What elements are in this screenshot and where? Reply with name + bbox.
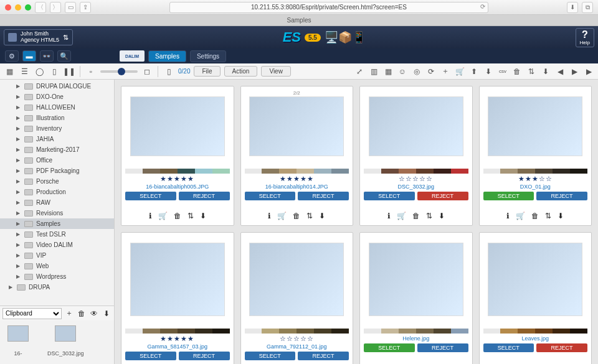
tool-cart-icon[interactable]: 🛒 bbox=[454, 66, 465, 77]
select-button[interactable]: SELECT bbox=[483, 343, 534, 352]
page-icon[interactable]: ▯ bbox=[49, 66, 60, 77]
info-icon[interactable]: ℹ bbox=[506, 212, 510, 220]
download-icon[interactable]: ⬇ bbox=[200, 212, 206, 220]
tab-settings[interactable]: Settings bbox=[190, 50, 226, 62]
menu-action[interactable]: Action bbox=[224, 66, 258, 77]
select-button[interactable]: SELECT bbox=[125, 352, 176, 360]
thumbnail[interactable] bbox=[130, 96, 225, 156]
window-minimize-icon[interactable] bbox=[15, 4, 21, 11]
thumbnail[interactable] bbox=[130, 243, 225, 316]
tree-item[interactable]: ▶DRUPA DIALOGUE bbox=[0, 81, 114, 91]
disclosure-triangle-icon[interactable]: ▶ bbox=[16, 200, 21, 205]
select-button[interactable]: SELECT bbox=[364, 192, 415, 200]
tree-item[interactable]: ▶Video DALIM bbox=[0, 240, 114, 250]
disclosure-triangle-icon[interactable]: ▶ bbox=[16, 168, 21, 174]
tool-user-icon[interactable]: ☺ bbox=[397, 66, 408, 77]
clip-trash-icon[interactable]: 🗑 bbox=[77, 309, 87, 319]
tool-sort-icon[interactable]: ⇅ bbox=[526, 66, 537, 77]
downloads-icon[interactable]: ⬇ bbox=[567, 2, 578, 13]
address-bar[interactable]: 10.211.55.3:8080/Esprit/private/Screen.h… bbox=[169, 2, 488, 13]
disclosure-triangle-icon[interactable]: ▶ bbox=[16, 242, 21, 248]
clipboard-select[interactable]: Clipboard bbox=[2, 308, 62, 319]
clipboard-item[interactable]: DSC_3032.jpg bbox=[47, 325, 84, 359]
back-button[interactable]: 〈 bbox=[35, 2, 46, 13]
tree-item[interactable]: ▶Test DSLR bbox=[0, 229, 114, 240]
asset-card[interactable]: 2/2★★★★★16-biancabaltiph014.JPGSELECTREJ… bbox=[240, 86, 354, 226]
tool-globe-icon[interactable]: ◎ bbox=[411, 66, 422, 77]
trash-icon[interactable]: 🗑 bbox=[412, 212, 420, 220]
tree-item[interactable]: ▶RAW bbox=[0, 197, 114, 208]
thumbnail[interactable] bbox=[369, 243, 463, 316]
tree-item[interactable]: ▶HALLOWEEN bbox=[0, 102, 114, 113]
view-list-icon[interactable]: ☰ bbox=[19, 66, 30, 77]
reject-button[interactable]: REJECT bbox=[298, 352, 349, 360]
info-icon[interactable]: ℹ bbox=[149, 212, 152, 220]
disclosure-triangle-icon[interactable]: ▶ bbox=[16, 189, 21, 195]
reject-button[interactable]: REJECT bbox=[417, 192, 468, 200]
tree-item[interactable]: ▶Revisions bbox=[0, 208, 114, 218]
tabs-icon[interactable]: ⧉ bbox=[582, 2, 593, 13]
star-rating[interactable]: ★★★★★ bbox=[160, 175, 194, 183]
cart-icon[interactable]: 🛒 bbox=[158, 212, 168, 220]
sort-icon[interactable]: ⇅ bbox=[426, 212, 432, 220]
disclosure-triangle-icon[interactable]: ▶ bbox=[16, 147, 21, 152]
disclosure-triangle-icon[interactable]: ▶ bbox=[16, 253, 21, 258]
tree-item[interactable]: ▶Marketing-2017 bbox=[0, 144, 114, 155]
disclosure-triangle-icon[interactable]: ▶ bbox=[16, 94, 21, 100]
asset-card[interactable]: Helene.jpgSELECTREJECT bbox=[359, 232, 473, 364]
tool-grid4-icon[interactable]: ▦ bbox=[382, 66, 394, 77]
select-button[interactable]: SELECT bbox=[125, 192, 176, 200]
forward-button[interactable]: 〉 bbox=[50, 2, 61, 13]
user-menu[interactable]: John Smith Agency HTML5 ⇅ bbox=[4, 29, 73, 45]
help-button[interactable]: ? Help bbox=[576, 28, 594, 47]
tree-item[interactable]: ▶Porsche bbox=[0, 176, 114, 187]
tool-add-icon[interactable]: ＋ bbox=[440, 66, 451, 77]
cart-icon[interactable]: 🛒 bbox=[397, 212, 406, 220]
clip-download-icon[interactable]: ⬇ bbox=[102, 309, 112, 319]
menu-file[interactable]: File bbox=[194, 66, 220, 77]
download-icon[interactable]: ⬇ bbox=[439, 212, 445, 220]
disclosure-triangle-icon[interactable]: ▶ bbox=[16, 157, 21, 163]
tree-item[interactable]: ▶VIP bbox=[0, 250, 114, 261]
sort-icon[interactable]: ⇅ bbox=[545, 212, 551, 220]
tree-item[interactable]: ▶Illustration bbox=[0, 113, 114, 123]
disclosure-triangle-icon[interactable]: ▶ bbox=[16, 105, 21, 110]
disclosure-triangle-icon[interactable]: ▶ bbox=[16, 115, 21, 121]
tool-prev-icon[interactable]: ◀ bbox=[554, 66, 566, 77]
info-icon[interactable]: ℹ bbox=[268, 212, 271, 220]
folder-mode-icon[interactable]: ▬ bbox=[22, 50, 36, 62]
select-button[interactable]: SELECT bbox=[245, 192, 296, 200]
select-circle-icon[interactable]: ◯ bbox=[34, 66, 45, 77]
gear-icon[interactable]: ⚙ bbox=[5, 50, 19, 62]
thumbnail[interactable] bbox=[488, 96, 582, 156]
cart-icon[interactable]: 🛒 bbox=[277, 212, 287, 220]
sort-icon[interactable]: ⇅ bbox=[187, 212, 194, 220]
view-grid-icon[interactable]: ▦ bbox=[4, 66, 15, 77]
tool-next-icon[interactable]: ▶ bbox=[583, 66, 594, 77]
tool-expand-icon[interactable]: ⤢ bbox=[354, 66, 365, 77]
thumbnail[interactable] bbox=[488, 243, 582, 316]
search-icon[interactable]: 🔍 bbox=[57, 50, 71, 62]
reject-button[interactable]: REJECT bbox=[536, 192, 587, 200]
reject-button[interactable]: REJECT bbox=[536, 343, 587, 352]
select-button[interactable]: SELECT bbox=[483, 192, 534, 200]
disclosure-triangle-icon[interactable]: ▶ bbox=[16, 179, 21, 184]
disclosure-triangle-icon[interactable]: ▶ bbox=[16, 221, 21, 226]
thumbnail[interactable] bbox=[249, 243, 344, 316]
folder-tree[interactable]: ▶DRUPA DIALOGUE▶DXO-One▶HALLOWEEN▶Illust… bbox=[0, 80, 114, 306]
thumbnail-size-slider[interactable] bbox=[100, 70, 138, 73]
tool-csv-icon[interactable]: csv bbox=[497, 66, 508, 77]
tree-item[interactable]: ▶Samples bbox=[0, 218, 114, 229]
trash-icon[interactable]: 🗑 bbox=[531, 212, 539, 220]
tool-play-icon[interactable]: ▶ bbox=[569, 66, 580, 77]
tree-item[interactable]: ▶PDF Packaging bbox=[0, 166, 114, 176]
star-rating[interactable]: ★★★☆☆ bbox=[518, 175, 553, 183]
tab-samples[interactable]: Samples bbox=[148, 50, 186, 62]
tree-item[interactable]: ▶DRUPA bbox=[0, 282, 114, 292]
asset-grid[interactable]: ★★★★★16-biancabaltiph005.JPGSELECTREJECT… bbox=[115, 80, 598, 364]
disclosure-triangle-icon[interactable]: ▶ bbox=[16, 263, 21, 269]
zoom-thumb-large-icon[interactable]: ◻ bbox=[141, 66, 153, 77]
tree-item[interactable]: ▶Production bbox=[0, 187, 114, 197]
trash-icon[interactable]: 🗑 bbox=[293, 212, 300, 220]
thumbnail[interactable] bbox=[369, 96, 463, 156]
